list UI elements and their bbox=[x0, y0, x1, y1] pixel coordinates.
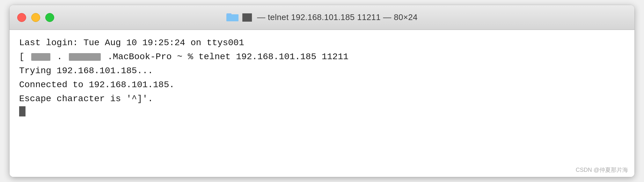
escape-line: Escape character is '^]'. bbox=[19, 92, 625, 106]
redacted-username bbox=[31, 53, 50, 61]
connected-text: Connected to 192.168.101.185. bbox=[19, 78, 174, 92]
escape-text: Escape character is '^]'. bbox=[19, 92, 153, 106]
last-login-text: Last login: Tue Aug 10 19:25:24 on ttys0… bbox=[19, 36, 244, 50]
prompt-line: [ . .MacBook-Pro ~ % telnet 192.168.101.… bbox=[19, 50, 625, 64]
minimize-button[interactable] bbox=[31, 13, 40, 22]
cursor-line bbox=[19, 106, 625, 116]
trying-text: Trying 192.168.101.185... bbox=[19, 64, 153, 78]
connected-line: Connected to 192.168.101.185. bbox=[19, 78, 625, 92]
last-login-line: Last login: Tue Aug 10 19:25:24 on ttys0… bbox=[19, 36, 625, 50]
shell-icon bbox=[242, 13, 252, 22]
terminal-body[interactable]: Last login: Tue Aug 10 19:25:24 on ttys0… bbox=[10, 30, 634, 177]
close-button[interactable] bbox=[17, 13, 26, 22]
window-title: — telnet 192.168.101.185 11211 — 80×24 bbox=[257, 12, 418, 22]
terminal-window: — telnet 192.168.101.185 11211 — 80×24 L… bbox=[10, 5, 634, 177]
trying-line: Trying 192.168.101.185... bbox=[19, 64, 625, 78]
maximize-button[interactable] bbox=[45, 13, 54, 22]
title-bar-center: — telnet 192.168.101.185 11211 — 80×24 bbox=[226, 12, 418, 23]
svg-rect-2 bbox=[226, 13, 231, 15]
terminal-cursor bbox=[19, 106, 26, 116]
traffic-lights bbox=[17, 13, 54, 22]
title-bar: — telnet 192.168.101.185 11211 — 80×24 bbox=[10, 5, 634, 30]
folder-icon bbox=[226, 12, 238, 23]
terminal-content: Last login: Tue Aug 10 19:25:24 on ttys0… bbox=[19, 36, 625, 116]
prompt-text: [ . .MacBook-Pro ~ % telnet 192.168.101.… bbox=[19, 50, 348, 64]
watermark: CSDN @仲夏那片海 bbox=[576, 166, 628, 174]
svg-rect-1 bbox=[226, 14, 238, 21]
redacted-hostname-part bbox=[69, 53, 101, 61]
